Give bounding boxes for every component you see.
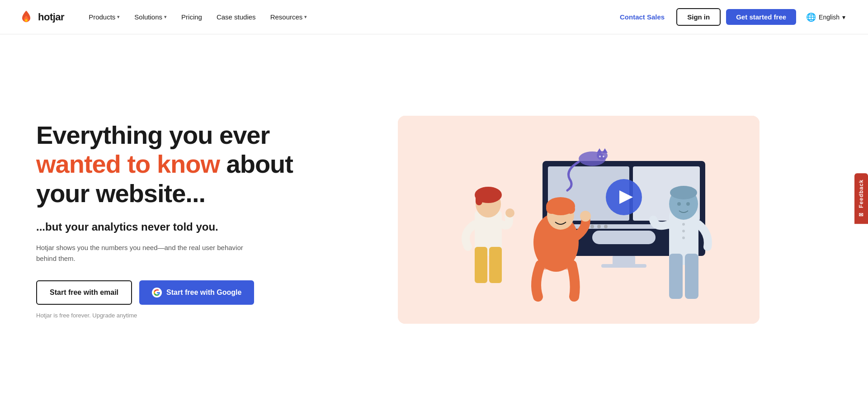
svg-point-15 [603, 156, 604, 157]
feedback-icon: ✉ [858, 211, 864, 217]
svg-point-40 [682, 236, 685, 239]
language-selector[interactable]: 🌐 English ▾ [802, 9, 850, 25]
hotjar-logo-icon [18, 9, 34, 25]
start-google-button[interactable]: Start free with Google [139, 280, 254, 305]
svg-rect-5 [592, 231, 656, 244]
svg-rect-6 [613, 256, 635, 265]
hero-illustration-container [326, 116, 832, 324]
svg-rect-33 [685, 254, 698, 299]
navbar: hotjar Products ▾ Solutions ▾ Pricing Ca… [0, 0, 868, 34]
hero-section: Everything you ever wanted to know about… [0, 34, 868, 396]
svg-point-30 [580, 211, 591, 222]
svg-point-41 [590, 225, 594, 228]
hero-description: Hotjar shows you the numbers you need—an… [36, 242, 244, 264]
globe-icon: 🌐 [806, 12, 816, 22]
hero-buttons: Start free with email Start free with Go… [36, 280, 298, 305]
nav-item-resources[interactable]: Resources ▾ [264, 9, 314, 24]
nav-right: Contact Sales Sign in Get started free 🌐… [613, 8, 850, 26]
svg-point-29 [566, 205, 575, 214]
signin-button[interactable]: Sign in [676, 8, 721, 26]
chevron-down-icon: ▾ [164, 14, 167, 20]
hero-content: Everything you ever wanted to know about… [36, 121, 298, 319]
chevron-down-icon: ▾ [842, 14, 845, 21]
logo-text: hotjar [38, 11, 64, 23]
start-email-button[interactable]: Start free with email [36, 280, 132, 305]
contact-sales-link[interactable]: Contact Sales [613, 9, 671, 24]
hero-subtitle: ...but your analytics never told you. [36, 221, 298, 233]
svg-rect-32 [669, 254, 683, 299]
nav-item-pricing[interactable]: Pricing [175, 9, 208, 24]
svg-point-22 [505, 208, 514, 217]
hero-title: Everything you ever wanted to know about… [36, 121, 298, 208]
svg-point-35 [670, 186, 697, 199]
svg-rect-21 [476, 192, 482, 205]
nav-item-case-studies[interactable]: Case studies [210, 9, 262, 24]
svg-point-38 [682, 223, 685, 226]
svg-rect-17 [475, 247, 487, 283]
nav-item-solutions[interactable]: Solutions ▾ [128, 9, 173, 24]
hero-image-svg [398, 116, 760, 324]
chevron-down-icon: ▾ [117, 14, 120, 20]
svg-point-36 [677, 202, 681, 206]
svg-point-14 [599, 156, 601, 157]
chevron-down-icon: ▾ [304, 14, 307, 20]
get-started-button[interactable]: Get started free [726, 9, 796, 25]
svg-point-43 [604, 225, 608, 228]
svg-point-39 [682, 230, 685, 232]
logo-link[interactable]: hotjar [18, 9, 64, 25]
feedback-tab[interactable]: ✉ Feedback [854, 173, 868, 224]
svg-point-42 [597, 225, 601, 228]
svg-rect-7 [601, 264, 646, 268]
feedback-label: Feedback [858, 180, 864, 208]
svg-rect-18 [489, 247, 502, 283]
google-logo-icon [152, 288, 162, 298]
svg-point-37 [686, 202, 690, 206]
nav-links: Products ▾ Solutions ▾ Pricing Case stud… [82, 9, 613, 24]
nav-item-products[interactable]: Products ▾ [82, 9, 126, 24]
hero-illustration [398, 116, 760, 324]
free-note: Hotjar is free forever. Upgrade anytime [36, 312, 298, 319]
